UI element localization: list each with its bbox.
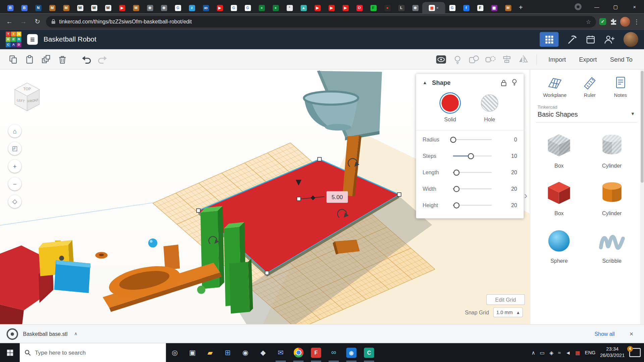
ungroup-button[interactable] [482,51,499,67]
classes-calendar-icon[interactable] [586,35,595,44]
export-button[interactable]: Export [573,56,603,63]
green-sphere[interactable] [197,286,205,294]
new-tab-button[interactable]: + [515,2,527,13]
hide-shape-bulb-icon[interactable] [512,79,517,86]
browser-tab-f-green-site[interactable]: F [366,2,380,13]
tab-close-icon[interactable]: × [436,6,439,10]
browser-tab-opera[interactable]: O [353,2,367,13]
browser-tab-youtube-5[interactable]: ▶ [338,2,353,13]
browser-tab-bookmarks-blue[interactable]: B [3,2,17,13]
tinkercad-logo[interactable]: TINKERCAD [6,32,21,47]
window-minimize-button[interactable]: — [587,0,606,13]
tray-hidden-icons-chevron-icon[interactable]: ∧ [531,350,535,356]
edit-grid-button[interactable]: Edit Grid [486,294,525,305]
view-cube[interactable]: TOP LEFT FRONT [10,80,44,116]
taskbar-microsoft-store-icon[interactable]: ⊞ [219,343,237,362]
address-bar[interactable]: tinkercad.com/things/bzZ2siwsOfm-basketb… [46,16,596,27]
browser-tab-wikipedia-3[interactable]: W [101,2,115,13]
browser-tab-3d-site[interactable]: 3D [199,2,213,13]
snap-grid-select[interactable]: 1.0 mm ▴ [493,307,523,317]
group-button[interactable] [466,51,482,67]
browser-tab-green-site[interactable]: ● [255,2,269,13]
browser-tab-green-site-2[interactable]: ● [269,2,283,13]
taskbar-file-explorer-icon[interactable]: ▰ [201,343,219,362]
browser-tab-globe-site-3[interactable]: ⊕ [408,2,422,13]
steps-slider[interactable] [453,153,492,159]
download-filename[interactable]: Basketball base.stl [23,331,68,337]
taskbar-steam-icon[interactable]: ◉ [236,343,254,362]
window-maximize-button[interactable]: ▢ [606,0,625,13]
shape-cylinder-solid[interactable]: Cylinder [586,179,638,217]
taskbar-task-view-icon[interactable]: ▣ [183,343,201,362]
tray-network-icon[interactable]: ≈ [558,350,561,356]
fit-view-button[interactable]: ◰ [8,142,21,155]
browser-tab-youtube[interactable]: ▶ [115,2,129,13]
tray-volume-icon[interactable]: ◄ [566,350,571,356]
browser-tab-google-2[interactable]: G [227,2,241,13]
browser-tab-capture-site[interactable]: L [394,2,409,13]
page-scrollbar[interactable] [640,70,644,324]
browser-tab-google-4[interactable]: G [445,2,459,13]
paste-button[interactable] [21,51,38,67]
length-value[interactable]: 20 [511,169,517,175]
tray-color-grid-icon[interactable]: ▦ [575,350,580,356]
user-avatar[interactable] [624,32,638,47]
light-mode-button[interactable] [449,51,466,67]
notes-tool[interactable]: Notes [613,75,628,98]
send-to-button[interactable]: Send To [603,56,639,63]
hole-swatch[interactable] [481,95,498,112]
align-button[interactable] [499,51,515,67]
workplane-tool[interactable]: Workplane [543,75,567,98]
browser-tab-monkey-site-3[interactable]: M [129,2,143,13]
import-button[interactable]: Import [542,56,573,63]
steps-slider-knob[interactable] [468,153,474,159]
browser-tab-google[interactable]: G [171,2,185,13]
start-button[interactable] [0,343,20,362]
browser-tab-google-3[interactable]: G [241,2,255,13]
solid-mode-button[interactable]: Solid [441,95,459,123]
undo-button[interactable] [78,51,95,67]
hole-mode-button[interactable]: Hole [481,95,498,123]
ruler-tool[interactable]: Ruler [582,75,597,98]
browser-tab-wikipedia[interactable]: W [73,2,87,13]
tinker-pickaxe-icon[interactable] [567,34,578,45]
shape-box-solid[interactable]: Box [533,179,585,217]
taskbar-loom-icon[interactable]: ∞ [325,343,343,362]
browser-tab-youtube-2[interactable]: ▶ [213,2,227,13]
taskbar-clock[interactable]: 23:34 26/03/2021 [600,346,625,359]
taskbar-msi-center-icon[interactable]: ◆ [254,343,272,362]
language-indicator[interactable]: ENG [585,350,596,355]
extensions-puzzle-icon[interactable] [609,18,617,25]
download-bar-close-icon[interactable]: × [625,330,637,338]
window-close-button[interactable]: × [625,0,644,13]
browser-tab-monkey-site[interactable]: M [45,2,59,13]
browser-tab-bookmarks-blue-2[interactable]: B [17,2,31,13]
browser-tab-teal-triangle-site[interactable]: ▲ [297,2,311,13]
taskbar-mail-icon[interactable]: ✉ [272,343,290,362]
bookmark-star-icon[interactable]: ☆ [586,18,591,25]
browser-tab-tomato-site[interactable]: ● [380,2,394,13]
lock-shape-icon[interactable] [501,79,507,86]
browser-tab-globe-site-2[interactable]: ⊕ [157,2,171,13]
browser-tab-instructables[interactable]: il [185,2,199,13]
browser-tab-wikipedia-2[interactable]: W [87,2,101,13]
duplicate-button[interactable] [38,51,54,67]
browser-tab-gear-site[interactable]: * [282,2,297,13]
browser-tab-youtube-4[interactable]: ▶ [324,2,338,13]
shape-category-dropdown[interactable]: Tinkercad Basic Shapes ▼ [536,103,637,123]
design-menu-icon[interactable]: ≣ [27,34,38,45]
action-center-icon[interactable]: 4 [629,348,641,357]
back-button[interactable]: ← [4,18,15,25]
redo-button[interactable] [95,51,111,67]
browser-tab-f-serif-site[interactable]: F [473,2,487,13]
view-cube-top-label[interactable]: TOP [23,87,31,91]
browser-tab-globe-site[interactable]: ⊕ [143,2,157,13]
taskbar-camera-app-icon[interactable]: ◉ [342,343,360,362]
taskbar-flipgrid-icon[interactable]: F [307,343,325,362]
shape-box-hole[interactable]: Box [533,131,585,169]
browser-menu-icon[interactable]: ⋮ [633,18,640,25]
copy-button[interactable] [5,51,21,67]
tray-onedrive-icon[interactable]: ◈ [549,350,553,356]
shape-scribble[interactable]: Scribble [586,226,638,264]
titlebar-badge-icon[interactable] [575,3,582,10]
